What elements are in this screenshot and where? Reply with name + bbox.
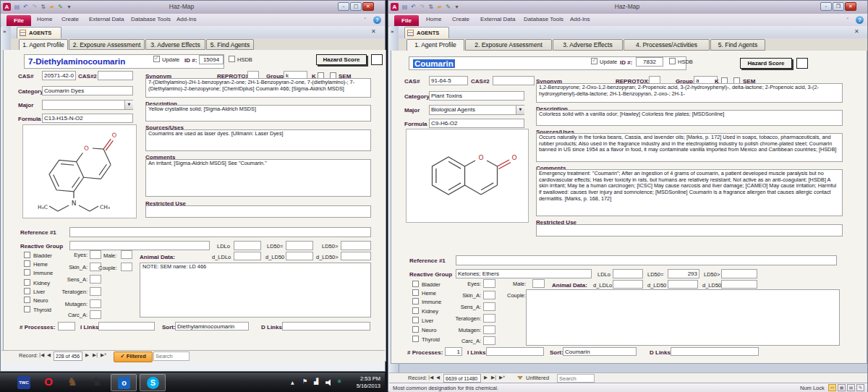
maximize-button[interactable]: □ (350, 2, 362, 11)
record-position-field[interactable]: 6639 of 11480 (443, 374, 481, 383)
tab-exposure-assessment[interactable]: 2. Exposure Assessment (465, 39, 552, 51)
restricted-use-field[interactable] (536, 224, 843, 237)
comments-field[interactable]: Emergency treatment: "Coumarin"; After a… (536, 169, 843, 216)
mutagen-field[interactable] (90, 299, 101, 308)
thyroid-checkbox[interactable] (412, 336, 419, 342)
first-record-icon[interactable]: |◀ (428, 373, 433, 383)
hazard-score-button[interactable]: Hazard Score (740, 58, 792, 69)
couple-field[interactable] (121, 263, 132, 271)
ld50eq-field[interactable] (286, 241, 313, 250)
liver-checkbox[interactable] (412, 317, 419, 323)
cas-field[interactable]: 91-64-5 (429, 76, 468, 85)
taskbar-clock[interactable]: 2:53 PM 5/16/2013 (349, 375, 380, 390)
next-record-icon[interactable]: ▶ (484, 373, 488, 383)
tab-find-agents[interactable]: 5. Find Agents (206, 39, 254, 50)
taskbar-opera-icon[interactable]: O (41, 374, 56, 390)
next-record-icon[interactable]: ▶ (85, 351, 89, 360)
taskbar-chess-piece-icon[interactable]: ♞ (65, 374, 80, 390)
update-checkbox[interactable] (591, 58, 597, 64)
volume-icon[interactable] (326, 379, 333, 386)
first-record-icon[interactable]: |◀ (39, 351, 44, 360)
ribbon-tab-add-ins[interactable]: Add-Ins (570, 14, 590, 25)
bladder-checkbox[interactable] (412, 281, 419, 287)
hsdb-checkbox[interactable] (229, 56, 235, 62)
hidden-icons-icon[interactable]: ▲ (291, 378, 294, 387)
ribbon-tab-home[interactable]: Home (426, 14, 441, 25)
description-field[interactable]: Yellow crystalline solid; [Sigma-Aldrich… (145, 105, 371, 122)
new-record-icon[interactable]: ▶* (101, 351, 106, 360)
ldlo-field[interactable] (234, 241, 261, 250)
sort-field[interactable]: Diethylaminocoumarin (175, 322, 249, 331)
close-object-icon[interactable]: ✕ (854, 27, 859, 36)
restore-button[interactable]: ❐ (833, 2, 844, 11)
ribbon-tab-file[interactable]: File (394, 15, 419, 26)
pencil-icon[interactable]: ✎ (444, 2, 452, 12)
prev-record-icon[interactable]: ◀ (47, 351, 51, 360)
dlinks-field[interactable] (282, 322, 370, 331)
d-ldlo-field[interactable] (613, 280, 643, 289)
title-bar[interactable]: A ▤ ↶ ↷ ⇅ ▰ ✎ ▾ Haz-Map – □ ✕ (1, 1, 385, 14)
cas-field[interactable]: 20571-42-0 (42, 71, 76, 80)
minimize-button[interactable]: – (820, 2, 832, 11)
eyes-field[interactable] (483, 279, 495, 288)
sort-icon[interactable]: ⇅ (39, 2, 47, 12)
ribbon-tab-file[interactable]: File (7, 15, 31, 26)
thyroid-checkbox[interactable] (24, 306, 30, 312)
reference1-field[interactable] (456, 255, 837, 265)
synonym-field[interactable]: 1,2-Benzopyrone; 2-Oxo-1,2-benzopyran; 2… (536, 83, 843, 103)
taskbar-chess-knight-icon[interactable]: ♞ (90, 374, 104, 390)
update-checkbox[interactable] (153, 56, 160, 62)
neuro-checkbox[interactable] (412, 326, 419, 333)
tab-agent-profile[interactable]: 1. Agent Profile (19, 39, 68, 51)
taskbar-skype-button[interactable]: S (140, 374, 166, 391)
redo-icon[interactable]: ↷ (418, 2, 426, 12)
expand-nav-pane-icon[interactable]: » (3, 28, 7, 35)
filter-funnel-icon[interactable] (517, 376, 523, 380)
taskbar-twc-icon[interactable]: TWC (17, 376, 30, 389)
minimize-button[interactable]: – (338, 2, 349, 11)
comments-field[interactable]: An irritant; [Sigma-Aldrich MSDS] See "C… (145, 159, 371, 197)
save-icon[interactable]: ▤ (13, 2, 21, 12)
immune-checkbox[interactable] (24, 269, 30, 276)
sens-a-field[interactable] (90, 275, 101, 284)
synonym-field[interactable]: 7-(Diethylamino)-2H-1-benzopyran-2-one; … (145, 78, 371, 98)
last-record-icon[interactable]: ▶| (93, 351, 98, 360)
filter-state-label[interactable]: Unfiltered (526, 373, 549, 383)
taskbar-outlook-button[interactable]: o (111, 374, 137, 391)
ribbon-tab-external-data[interactable]: External Data (89, 14, 124, 25)
ribbon-collapse-icon[interactable]: ˅ (846, 17, 849, 24)
hazard-score-button[interactable]: Hazard Score (316, 54, 367, 65)
ilinks-field[interactable] (98, 322, 155, 331)
neuro-checkbox[interactable] (24, 297, 30, 303)
reactive-group-field[interactable]: Ketones; Ethers (456, 269, 592, 278)
new-record-icon[interactable]: ▶* (499, 373, 505, 383)
hsdb-checkbox[interactable] (669, 58, 676, 64)
kidney-checkbox[interactable] (24, 279, 30, 286)
restricted-use-field[interactable] (145, 205, 371, 218)
title-bar[interactable]: A ▤ ↶ ↷ ⇅ ▰ ✎ ▾ Haz-Map – ❐ ✕ (388, 1, 867, 14)
bladder-checkbox[interactable] (24, 252, 30, 258)
tab-adverse-effects[interactable]: 3. Adverse Effects (145, 39, 205, 50)
d-ld50-field[interactable] (286, 252, 313, 260)
save-icon[interactable]: ▤ (401, 2, 409, 12)
d-ld50gt-field[interactable] (341, 252, 371, 260)
processes-field[interactable]: 1 (445, 347, 462, 356)
datasheet-view-icon[interactable]: ▦ (838, 384, 846, 391)
qat-dropdown-icon[interactable]: ▾ (453, 2, 461, 12)
undo-icon[interactable]: ↶ (22, 2, 30, 12)
teratogen-field[interactable] (90, 287, 101, 296)
close-button[interactable]: ✕ (362, 2, 374, 11)
dlinks-field[interactable] (671, 347, 759, 356)
access-app-icon[interactable]: A (391, 3, 399, 11)
mutagen-field[interactable] (483, 325, 495, 334)
last-record-icon[interactable]: ▶| (491, 373, 496, 383)
sources-uses-field[interactable]: Coumarins are used as laser dyes. [Ullma… (145, 129, 371, 151)
ribbon-tab-create[interactable]: Create (61, 14, 79, 25)
access-app-icon[interactable]: A (3, 3, 11, 11)
ribbon-tab-database-tools[interactable]: Database Tools (131, 14, 171, 25)
search-input[interactable] (153, 351, 190, 361)
hazard-score-field[interactable] (371, 54, 383, 65)
ribbon-tab-create[interactable]: Create (452, 14, 469, 25)
design-view-icon[interactable]: ✎ (856, 384, 864, 391)
network-icon[interactable]: ▟ (314, 378, 318, 386)
